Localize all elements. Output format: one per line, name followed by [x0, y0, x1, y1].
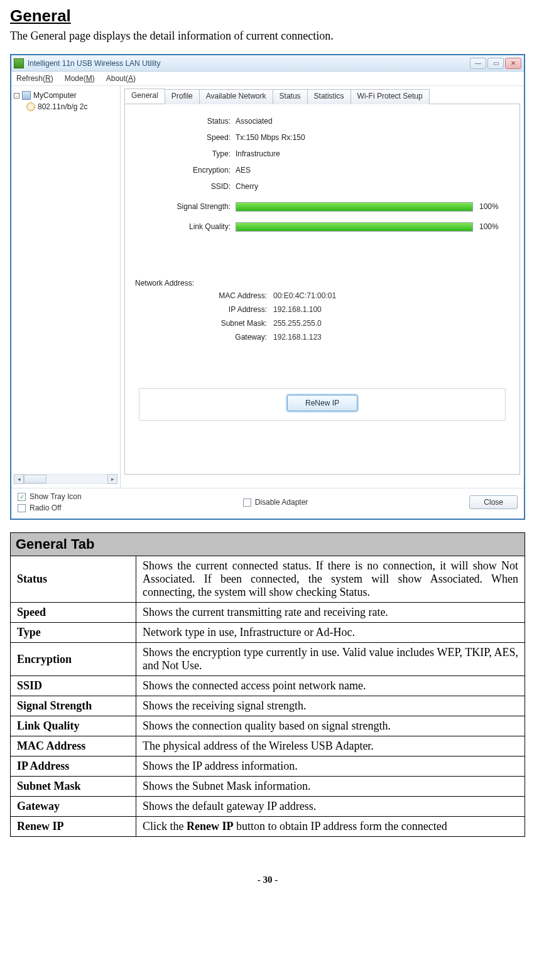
minimize-button[interactable]: —	[470, 58, 486, 69]
def-key-signal: Signal Strength	[11, 696, 136, 716]
label-type: Type:	[135, 149, 236, 158]
tabstrip: General Profile Available Network Status…	[124, 89, 520, 104]
maximize-button[interactable]: ▭	[487, 58, 504, 69]
def-val-mac: The physical address of the Wireless USB…	[136, 736, 525, 757]
titlebar: Intelligent 11n USB Wireless LAN Utility…	[11, 55, 524, 72]
def-val-ip: Shows the IP address information.	[136, 757, 525, 777]
tree-adapter-label: 802.11n/b/g 2c	[38, 102, 87, 111]
menu-about-post: )	[133, 74, 136, 83]
app-icon	[14, 58, 24, 68]
checkbox-radio-off[interactable]: Radio Off	[18, 503, 82, 512]
def-key-subnet: Subnet Mask	[11, 777, 136, 797]
table-row: GatewayShows the default gateway IP addr…	[11, 797, 525, 817]
scroll-right-icon[interactable]: ▸	[107, 474, 117, 484]
tab-wps[interactable]: Wi-Fi Protect Setup	[351, 89, 430, 104]
def-key-gateway: Gateway	[11, 797, 136, 817]
tab-available-network[interactable]: Available Network	[199, 89, 273, 104]
def-val-gateway: Shows the default gateway IP address.	[136, 797, 525, 817]
def-key-ip: IP Address	[11, 757, 136, 777]
tab-profile[interactable]: Profile	[165, 89, 200, 104]
menu-mode[interactable]: Mode(M)	[65, 74, 95, 83]
menu-refresh[interactable]: Refresh(R)	[16, 74, 53, 83]
def-key-encryption: Encryption	[11, 643, 136, 676]
tab-status[interactable]: Status	[273, 89, 308, 104]
checkbox-disable-adapter-label: Disable Adapter	[255, 498, 308, 507]
label-mac: MAC Address:	[135, 291, 273, 300]
check-icon: ✓	[18, 493, 26, 501]
menu-mode-hotkey: M	[86, 74, 92, 83]
tab-statistics[interactable]: Statistics	[307, 89, 351, 104]
renew-ip-button[interactable]: ReNew IP	[287, 395, 357, 411]
label-ssid: SSID:	[135, 182, 236, 191]
def-key-type: Type	[11, 623, 136, 643]
value-ssid: Cherry	[236, 182, 258, 191]
table-row: StatusShows the current connected status…	[11, 556, 525, 603]
value-mac: 00:E0:4C:71:00:01	[273, 291, 336, 300]
collapse-icon[interactable]: -	[14, 93, 19, 99]
label-ip: IP Address:	[135, 305, 273, 314]
menu-about[interactable]: About(A)	[106, 74, 136, 83]
link-quality-percent: 100%	[479, 222, 506, 231]
scroll-thumb[interactable]	[24, 475, 46, 483]
def-val-encryption: Shows the encryption type currently in u…	[136, 643, 525, 676]
def-key-mac: MAC Address	[11, 736, 136, 757]
window-title: Intelligent 11n USB Wireless LAN Utility	[28, 59, 470, 68]
close-window-button[interactable]: ✕	[505, 58, 521, 69]
def-val-type: Network type in use, Infrastructure or A…	[136, 623, 525, 643]
tree-root-label: MyComputer	[33, 91, 77, 100]
value-gateway: 192.168.1.123	[273, 333, 322, 342]
tab-general[interactable]: General	[124, 89, 165, 104]
signal-strength-bar	[236, 202, 473, 212]
menu-mode-pre: Mode(	[65, 74, 86, 83]
label-network-address: Network Address:	[135, 279, 509, 288]
app-window: Intelligent 11n USB Wireless LAN Utility…	[10, 54, 525, 520]
table-row: TypeNetwork type in use, Infrastructure …	[11, 623, 525, 643]
table-header: General Tab	[11, 533, 525, 556]
signal-strength-percent: 100%	[479, 202, 506, 211]
renew-desc-post: button to obtain IP address form the con…	[234, 820, 447, 832]
unchecked-icon	[18, 504, 26, 512]
def-key-link-quality: Link Quality	[11, 716, 136, 736]
menu-about-hotkey: A	[128, 74, 133, 83]
table-row: SpeedShows the current transmitting rate…	[11, 603, 525, 623]
renew-desc-bold: Renew IP	[187, 820, 234, 832]
checkbox-disable-adapter[interactable]: Disable Adapter	[243, 498, 308, 507]
table-row: SSIDShows the connected access point net…	[11, 676, 525, 696]
value-status: Associated	[236, 117, 273, 126]
tree-root[interactable]: - MyComputer	[14, 90, 119, 101]
def-val-speed: Shows the current transmitting rate and …	[136, 603, 525, 623]
link-quality-bar	[236, 222, 473, 232]
close-button[interactable]: Close	[469, 495, 518, 509]
scroll-track[interactable]	[24, 474, 107, 484]
label-speed: Speed:	[135, 133, 236, 142]
def-val-ssid: Shows the connected access point network…	[136, 676, 525, 696]
renew-desc-pre: Click the	[143, 820, 187, 832]
table-row: EncryptionShows the encryption type curr…	[11, 643, 525, 676]
adapter-icon	[26, 102, 35, 111]
scroll-left-icon[interactable]: ◂	[14, 474, 24, 484]
def-val-link-quality: Shows the connection quality based on si…	[136, 716, 525, 736]
menu-refresh-hotkey: R	[45, 74, 51, 83]
menu-about-pre: About(	[106, 74, 128, 83]
checkbox-show-tray[interactable]: ✓ Show Tray Icon	[18, 492, 82, 501]
label-subnet: Subnet Mask:	[135, 319, 273, 328]
tree-adapter[interactable]: 802.11n/b/g 2c	[14, 101, 119, 112]
label-encryption: Encryption:	[135, 166, 236, 175]
menu-mode-post: )	[92, 74, 95, 83]
label-status: Status:	[135, 117, 236, 126]
section-heading: General	[10, 6, 525, 26]
checkbox-radio-off-label: Radio Off	[30, 503, 61, 512]
def-val-renew-ip: Click the Renew IP button to obtain IP a…	[136, 817, 525, 837]
value-type: Infrastructure	[236, 149, 280, 158]
label-link-quality: Link Quality:	[135, 222, 236, 231]
def-key-status: Status	[11, 556, 136, 603]
label-signal-strength: Signal Strength:	[135, 202, 236, 211]
def-val-status: Shows the current connected status. If t…	[136, 556, 525, 603]
menu-refresh-post: )	[51, 74, 53, 83]
def-key-ssid: SSID	[11, 676, 136, 696]
table-row: Subnet MaskShows the Subnet Mask informa…	[11, 777, 525, 797]
table-row: Link QualityShows the connection quality…	[11, 716, 525, 736]
table-row: MAC AddressThe physical address of the W…	[11, 736, 525, 757]
page-number: - 30 -	[10, 875, 525, 885]
tree-horizontal-scrollbar[interactable]: ◂ ▸	[14, 474, 117, 484]
